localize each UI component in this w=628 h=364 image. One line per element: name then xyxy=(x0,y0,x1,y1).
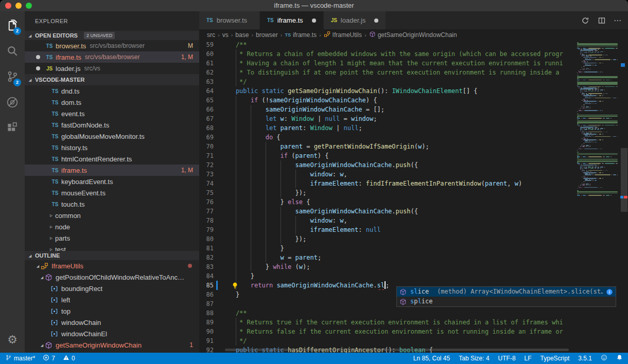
activity-item-search[interactable] xyxy=(0,39,25,65)
outline-item-getsameoriginwindowchain[interactable]: ◢getSameOriginWindowChain1 xyxy=(25,339,199,351)
line-number[interactable]: 70 xyxy=(199,142,221,151)
open-editor-iframe.ts[interactable]: TSiframe.tssrc/vs/base/browser1, M xyxy=(25,51,199,63)
tree-item-dom.ts[interactable]: TSdom.ts xyxy=(25,97,199,108)
line-number[interactable]: 60 xyxy=(199,49,221,59)
code-line-82[interactable]: 82w = parent; xyxy=(199,253,574,262)
tree-item-htmlContentRenderer.ts[interactable]: TShtmlContentRenderer.ts xyxy=(25,153,199,165)
code-line-65[interactable]: 65if (!sameOriginWindowChainCache) { xyxy=(199,96,574,105)
tree-item-mouseEvent.ts[interactable]: TSmouseEvent.ts xyxy=(25,187,199,198)
line-number[interactable]: 92 xyxy=(199,345,221,353)
suggest-item[interactable]: splice xyxy=(397,297,616,306)
line-number[interactable]: 88 xyxy=(199,308,221,318)
split-editor-icon[interactable] xyxy=(597,16,606,25)
gear-icon[interactable]: ⚙ xyxy=(0,331,25,349)
code-line-60[interactable]: 60 * Returns a chain of embedded windows… xyxy=(199,49,574,59)
activity-item-debug[interactable] xyxy=(0,90,25,116)
status-indentation[interactable]: Tab Size: 4 xyxy=(459,355,489,362)
tree-item-parts[interactable]: ▹parts xyxy=(25,232,199,244)
line-number[interactable]: 66 xyxy=(199,105,221,114)
code-line-88[interactable]: 88/** xyxy=(199,308,574,318)
folder-header[interactable]: ◢ VSCODE-MASTER xyxy=(25,74,199,85)
tree-item-fastDomNode.ts[interactable]: TSfastDomNode.ts xyxy=(25,119,199,131)
line-number[interactable]: 82 xyxy=(199,253,221,262)
code-line-69[interactable]: 69do { xyxy=(199,133,574,142)
outline-item-windowchain[interactable]: windowChain xyxy=(25,317,199,328)
code-editor[interactable]: 59/**60 * Returns a chain of embedded wi… xyxy=(199,41,628,353)
code-line-73[interactable]: 73window: w, xyxy=(199,170,574,179)
zoom-button[interactable] xyxy=(26,3,32,9)
breadcrumb-item-browser[interactable]: browser xyxy=(256,31,278,39)
tree-item-touch.ts[interactable]: TStouch.ts xyxy=(25,198,199,210)
line-number[interactable]: 78 xyxy=(199,216,221,225)
code-line-83[interactable]: 83} while (w); xyxy=(199,262,574,271)
line-number[interactable]: 83 xyxy=(199,262,221,271)
code-line-84[interactable]: 84} xyxy=(199,271,574,281)
status-notifications[interactable] xyxy=(616,354,623,362)
code-line-64[interactable]: 64public static getSameOriginWindowChain… xyxy=(199,86,574,96)
code-line-75[interactable]: 75}); xyxy=(199,188,574,197)
outline-item-windowchainel[interactable]: windowChainEl xyxy=(25,328,199,339)
line-number[interactable]: 62 xyxy=(199,68,221,77)
close-button[interactable] xyxy=(5,3,11,9)
more-actions-icon[interactable]: ⋯ xyxy=(614,16,622,25)
breadcrumb-item-base[interactable]: base xyxy=(235,31,249,39)
status-encoding[interactable]: UTF-8 xyxy=(498,355,516,362)
code-line-81[interactable]: 81} xyxy=(199,244,574,253)
sync-icon[interactable] xyxy=(581,16,590,25)
outline-item-getpositionofchildwindowrelativetoancest[interactable]: ◢getPositionOfChildWindowRelativeToAnces… xyxy=(25,271,199,283)
line-number[interactable]: 63 xyxy=(199,77,221,86)
code-line-71[interactable]: 71if (parent) { xyxy=(199,151,574,160)
status-language-mode[interactable]: TypeScript xyxy=(540,355,570,362)
line-number[interactable]: 80 xyxy=(199,234,221,244)
tab-browser.ts[interactable]: TSbrowser.ts xyxy=(199,11,260,29)
suggest-item[interactable]: slice(method) Array<IWindowChainElement>… xyxy=(397,287,616,297)
line-number[interactable]: 64 xyxy=(199,86,221,96)
status-git-branch[interactable]: master* xyxy=(5,354,35,362)
outline-item-top[interactable]: top xyxy=(25,305,199,317)
status-cursor-position[interactable]: Ln 85, Col 45 xyxy=(413,355,450,362)
line-number[interactable]: 69 xyxy=(199,133,221,142)
line-number[interactable]: 84 xyxy=(199,271,221,281)
tree-item-keyboardEvent.ts[interactable]: TSkeyboardEvent.ts xyxy=(25,176,199,187)
code-line-62[interactable]: 62 * To distinguish if at one point the … xyxy=(199,68,574,77)
line-number[interactable]: 81 xyxy=(199,244,221,253)
open-editor-loader.js[interactable]: JSloader.jssrc/vs xyxy=(25,63,199,74)
code-line-89[interactable]: 89 * Returns true if the current executi… xyxy=(199,318,574,327)
code-line-70[interactable]: 70parent = getParentWindowIfSameOrigin(w… xyxy=(199,142,574,151)
code-line-61[interactable]: 61 * Having a chain of length 1 might me… xyxy=(199,59,574,68)
code-line-78[interactable]: 78window: w, xyxy=(199,216,574,225)
code-line-80[interactable]: 80}); xyxy=(199,234,574,244)
line-number[interactable]: 71 xyxy=(199,151,221,160)
line-number[interactable]: 74 xyxy=(199,179,221,188)
activity-item-explorer[interactable]: 2 xyxy=(0,13,25,39)
activity-item-source-control[interactable]: 2 xyxy=(0,65,25,90)
vertical-scrollbar[interactable] xyxy=(621,148,627,212)
status-errors[interactable]: 7 xyxy=(43,354,55,362)
open-editors-header[interactable]: ◢ OPEN EDITORS 2 UNSAVED xyxy=(25,31,199,40)
breadcrumb-item-vs[interactable]: vs xyxy=(222,31,229,39)
tree-item-dnd.ts[interactable]: TSdnd.ts xyxy=(25,85,199,97)
code-line-77[interactable]: 77sameOriginWindowChainCache.push({ xyxy=(199,207,574,216)
minimize-button[interactable] xyxy=(15,3,22,9)
line-number[interactable]: 87 xyxy=(199,299,221,308)
status-feedback[interactable] xyxy=(601,354,607,362)
line-number[interactable]: 89 xyxy=(199,318,221,327)
tree-item-iframe.ts[interactable]: TSiframe.ts1, M xyxy=(25,165,199,176)
breadcrumb-item-iframets[interactable]: TSiframe.ts xyxy=(285,31,317,39)
line-number[interactable]: 90 xyxy=(199,327,221,336)
code-line-66[interactable]: 66sameOriginWindowChainCache = []; xyxy=(199,105,574,114)
outline-header[interactable]: ◢ OUTLINE xyxy=(25,251,199,260)
outline-item-iframeutils[interactable]: ◢IframeUtils xyxy=(25,260,199,271)
line-number[interactable]: 73 xyxy=(199,170,221,179)
line-number[interactable]: 86 xyxy=(199,290,221,299)
line-number[interactable]: 72 xyxy=(199,160,221,170)
code-line-79[interactable]: 79iframeElement: null xyxy=(199,225,574,234)
tree-item-common[interactable]: ▹common xyxy=(25,210,199,221)
line-number[interactable]: 59 xyxy=(199,41,221,49)
code-line-59[interactable]: 59/** xyxy=(199,41,574,49)
line-number[interactable]: 79 xyxy=(199,225,221,234)
tree-item-test[interactable]: ▹test xyxy=(25,244,199,251)
code-line-76[interactable]: 76} else { xyxy=(199,197,574,207)
outline-item-left[interactable]: left xyxy=(25,294,199,305)
code-line-68[interactable]: 68let parent: Window | null; xyxy=(199,123,574,133)
